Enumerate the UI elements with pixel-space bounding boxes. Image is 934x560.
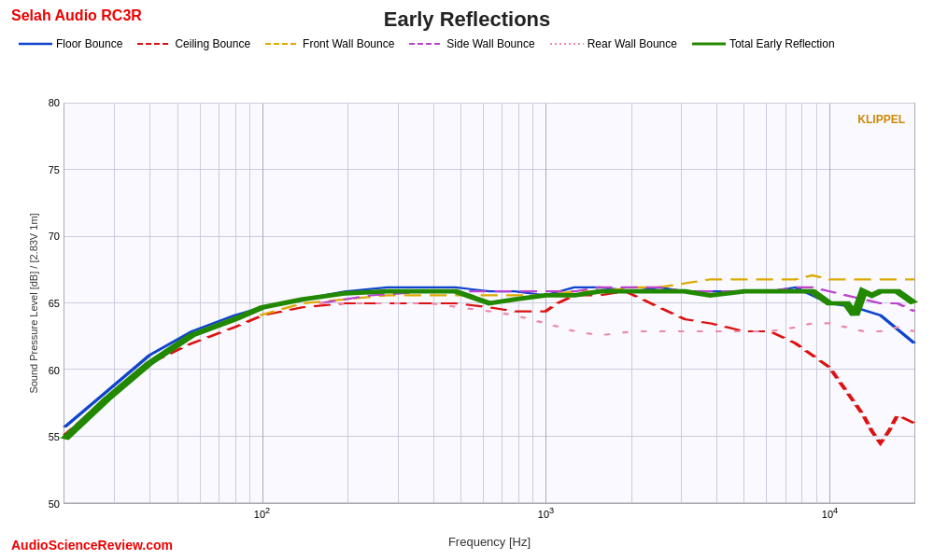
xtick-10000: 104 [822,506,838,520]
x-axis-label: Frequency [Hz] [64,535,915,549]
ytick-65: 65 [49,298,60,309]
legend-ceiling-bounce: Ceiling Bounce [137,37,250,50]
legend-front-wall: Front Wall Bounce [265,37,394,50]
brand-title: Selah Audio RC3R [11,7,142,24]
legend-label-side-wall: Side Wall Bounce [446,37,534,50]
legend-floor-bounce: Floor Bounce [19,37,122,50]
legend-total: Total Early Reflection [692,37,835,50]
legend-label-front-wall: Front Wall Bounce [303,37,394,50]
main-container: Selah Audio RC3R Early Reflections Floor… [0,0,934,560]
x-ticks: 102 103 104 [64,506,915,525]
chart-area: KLIPPEL [64,103,915,504]
footer-brand: AudioScienceReview.com [11,538,173,553]
xtick-100: 102 [254,506,270,520]
rear-wall-bounce-line [319,303,914,335]
ytick-50: 50 [49,498,60,510]
legend-label-ceiling: Ceiling Bounce [175,37,250,50]
legend-rear-wall: Rear Wall Bounce [550,37,677,50]
ceiling-bounce-line [64,291,914,443]
klippel-label: KLIPPEL [857,113,905,126]
floor-bounce-line [64,287,914,427]
ytick-55: 55 [49,431,60,442]
legend-label-total: Total Early Reflection [729,37,835,50]
legend-label-rear-wall: Rear Wall Bounce [587,37,677,50]
ytick-70: 70 [49,231,60,242]
ytick-80: 80 [49,97,60,108]
total-early-reflection-line [64,291,914,439]
legend-side-wall: Side Wall Bounce [409,37,534,50]
ytick-75: 75 [49,164,60,175]
legend: Floor Bounce Ceiling Bounce Front Wall B… [0,34,934,54]
y-ticks: 50 55 60 65 70 75 80 [45,103,62,504]
xtick-1000: 103 [538,506,554,520]
ytick-60: 60 [49,365,60,376]
y-axis-label: Sound Pressure Level [dB] / [2.83V 1m] [28,213,39,393]
chart-svg [64,104,914,503]
legend-label-floor: Floor Bounce [56,37,122,50]
